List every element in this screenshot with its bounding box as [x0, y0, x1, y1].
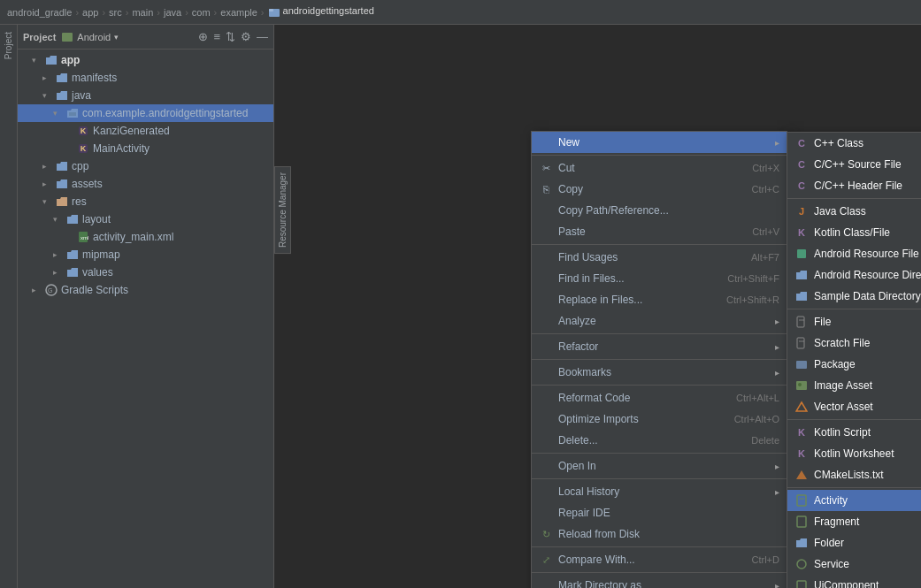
ctx-item-java-class[interactable]: J Java Class: [787, 201, 921, 222]
ctx-item-paste[interactable]: Paste Ctrl+V: [532, 221, 787, 242]
tree-label-layout: layout: [82, 213, 111, 225]
delete-icon: [539, 433, 553, 447]
ctx-item-activity[interactable]: Activity ▸ Gallery...: [787, 490, 921, 511]
cpp-class-icon: C: [794, 136, 809, 150]
breadcrumb-item-6[interactable]: com: [192, 7, 211, 18]
ctx-item-repair-ide[interactable]: Repair IDE: [532, 502, 787, 523]
xml-file-icon: xml: [76, 230, 90, 244]
open-in-icon: [539, 459, 553, 473]
ctx-item-local-history[interactable]: Local History ▸: [532, 481, 787, 502]
ctx-item-kotlin-script[interactable]: K Kotlin Script: [787, 422, 921, 443]
ctx-item-scratch-file[interactable]: Scratch File Ctrl+Alt+Shift+Insert: [787, 332, 921, 354]
tree-item-layout[interactable]: ▾ layout: [18, 210, 273, 228]
breadcrumb-item-5[interactable]: java: [164, 7, 181, 18]
local-history-icon: [539, 485, 553, 499]
ctx-item-optimize-imports[interactable]: Optimize Imports Ctrl+Alt+O: [532, 409, 787, 430]
cut-icon: ✂: [539, 161, 553, 175]
ctx-item-uicomponent[interactable]: UiComponent ▸: [787, 575, 921, 588]
ctx-item-vector-asset[interactable]: Vector Asset: [787, 396, 921, 417]
ctx-item-folder[interactable]: Folder ▸: [787, 532, 921, 554]
tree-item-gradle[interactable]: ▸ G Gradle Scripts: [18, 281, 273, 299]
panel-action-list[interactable]: ≡: [213, 30, 220, 43]
tree-item-manifests[interactable]: ▸ manifests: [18, 69, 273, 87]
panel-action-globe[interactable]: ⊕: [198, 30, 208, 43]
panel-view-dropdown[interactable]: Android ▾: [61, 31, 119, 43]
ctx-item-fragment[interactable]: Fragment ▸: [787, 511, 921, 532]
folder-menu-icon: [794, 536, 809, 550]
breadcrumb-item-4[interactable]: main: [132, 7, 153, 18]
ctx-item-reload[interactable]: ↻ Reload from Disk: [532, 523, 787, 545]
ctx-item-delete[interactable]: Delete... Delete: [532, 430, 787, 451]
svg-rect-2: [62, 33, 73, 42]
folder-assets-icon: [55, 177, 69, 191]
panel-action-sort[interactable]: ⇅: [226, 30, 235, 43]
breadcrumb-item-8[interactable]: androidgettingstarted: [268, 5, 374, 18]
ctx-item-mark-dir[interactable]: Mark Directory as ▸: [532, 575, 787, 588]
tree-item-package[interactable]: ▾ com.example.androidgettingstarted: [18, 104, 273, 122]
tree-item-values[interactable]: ▸ values: [18, 263, 273, 281]
panel-action-minimize[interactable]: —: [257, 30, 268, 43]
ctx-item-cmakelists[interactable]: CMakeLists.txt: [787, 464, 921, 485]
scratch-file-icon: [794, 336, 809, 350]
reformat-icon: [539, 391, 553, 405]
svg-rect-14: [796, 381, 807, 390]
ctx-item-replace-in-files[interactable]: Replace in Files... Ctrl+Shift+R: [532, 289, 787, 310]
project-tree: ▾ app ▸ manifests ▾: [18, 50, 273, 588]
panel-action-settings[interactable]: ⚙: [241, 30, 251, 43]
ctx-item-cut[interactable]: ✂ Cut Ctrl+X: [532, 157, 787, 179]
ctx-item-find-usages[interactable]: Find Usages Alt+F7: [532, 247, 787, 268]
cpp-source-icon: C: [794, 157, 809, 172]
tree-item-res[interactable]: ▾ res: [18, 193, 273, 210]
tree-label-manifests: manifests: [72, 72, 117, 84]
ctx-item-copy-path[interactable]: Copy Path/Reference...: [532, 200, 787, 221]
breadcrumb-item-2[interactable]: app: [82, 7, 98, 18]
tree-item-java[interactable]: ▾ java: [18, 87, 273, 104]
folder-java-icon: [55, 88, 69, 103]
ctx-item-reformat[interactable]: Reformat Code Ctrl+Alt+L: [532, 387, 787, 409]
ctx-item-cpp-source[interactable]: C C/C++ Source File: [787, 154, 921, 175]
breadcrumb-item-3[interactable]: src: [109, 7, 122, 18]
activity-icon: [794, 493, 809, 508]
ctx-item-find-in-files[interactable]: Find in Files... Ctrl+Shift+F: [532, 268, 787, 289]
tree-item-app[interactable]: ▾ app: [18, 51, 273, 69]
svg-rect-9: [797, 317, 804, 327]
ctx-item-service[interactable]: Service ▸: [787, 554, 921, 575]
svg-marker-17: [796, 470, 807, 479]
java-class-icon: J: [794, 204, 809, 218]
ctx-item-sample-data-dir[interactable]: Sample Data Directory: [787, 286, 921, 307]
ctx-item-copy[interactable]: ⎘ Copy Ctrl+C: [532, 179, 787, 200]
project-tab-label[interactable]: Project: [4, 32, 13, 59]
ctx-item-analyze[interactable]: Analyze ▸: [532, 310, 787, 332]
ctx-item-package[interactable]: Package: [787, 354, 921, 375]
ctx-item-file[interactable]: File: [787, 311, 921, 332]
copy-icon: ⎘: [539, 182, 553, 196]
tree-item-assets[interactable]: ▸ assets: [18, 175, 273, 193]
tree-item-mainactivity[interactable]: K MainActivity: [18, 140, 273, 157]
file-icon: [794, 315, 809, 329]
ctx-item-android-resource-dir[interactable]: Android Resource Directory: [787, 264, 921, 286]
tree-item-cpp[interactable]: ▸ cpp: [18, 157, 273, 175]
tree-label-java: java: [72, 89, 91, 102]
ctx-item-cpp-class[interactable]: C C++ Class: [787, 133, 921, 154]
ctx-item-kotlin-class[interactable]: K Kotlin Class/File: [787, 222, 921, 243]
ctx-item-new[interactable]: New ▸ C C++ Class C C/C++ Source File C …: [532, 132, 787, 153]
repair-ide-icon: [539, 506, 553, 520]
ctx-item-android-resource-file[interactable]: Android Resource File: [787, 243, 921, 264]
tree-item-activity-xml[interactable]: xml activity_main.xml: [18, 228, 273, 246]
ctx-item-image-asset[interactable]: Image Asset: [787, 375, 921, 396]
ctx-item-cpp-header[interactable]: C C/C++ Header File: [787, 175, 921, 196]
breadcrumb-item-1[interactable]: android_gradle: [7, 7, 72, 18]
ctx-item-open-in[interactable]: Open In ▸: [532, 455, 787, 477]
ctx-item-compare-with[interactable]: ⤢ Compare With... Ctrl+D: [532, 549, 787, 570]
tree-item-kanzi[interactable]: K KanziGenerated: [18, 122, 273, 140]
ctx-item-refactor[interactable]: Refactor ▸: [532, 336, 787, 357]
ctx-item-kotlin-worksheet[interactable]: K Kotlin Worksheet: [787, 443, 921, 464]
package-menu-icon: [794, 357, 809, 371]
ctx-item-bookmarks[interactable]: Bookmarks ▸: [532, 362, 787, 383]
breadcrumb-item-7[interactable]: example: [220, 7, 257, 18]
svg-rect-11: [797, 338, 804, 348]
svg-rect-1: [269, 9, 273, 11]
tree-item-mipmap[interactable]: ▸ mipmap: [18, 246, 273, 263]
resource-manager-tab[interactable]: Resource Manager: [274, 166, 291, 254]
tree-label-res: res: [72, 195, 87, 208]
